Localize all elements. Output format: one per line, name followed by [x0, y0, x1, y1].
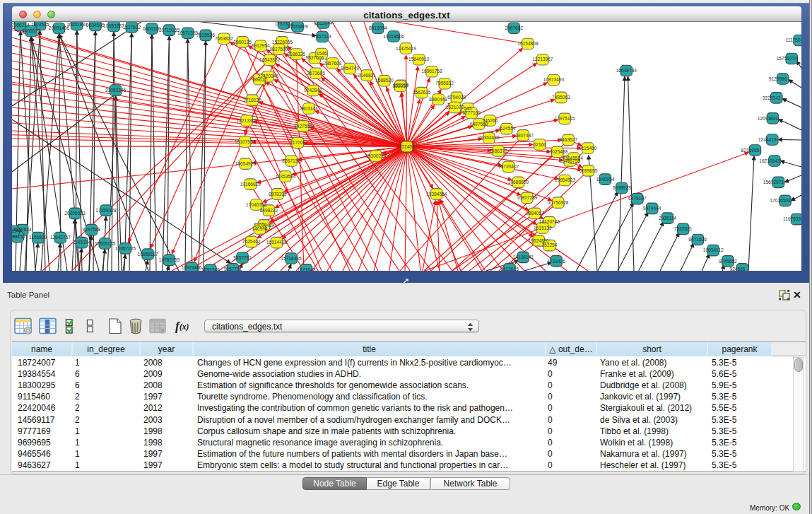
svg-text:9227342: 9227342 [763, 95, 781, 100]
svg-text:10973493: 10973493 [543, 77, 565, 82]
svg-text:1649584: 1649584 [565, 156, 583, 160]
svg-text:16961758: 16961758 [421, 69, 442, 74]
svg-text:1615132: 1615132 [534, 226, 552, 230]
svg-text:15640910: 15640910 [408, 57, 430, 62]
svg-text:252254: 252254 [541, 243, 557, 247]
svg-text:9957791: 9957791 [224, 267, 242, 271]
svg-text:7357224: 7357224 [313, 34, 331, 39]
svg-text:12213369: 12213369 [237, 118, 258, 123]
svg-text:9777169: 9777169 [462, 110, 481, 115]
svg-text:7986372: 7986372 [489, 148, 507, 153]
svg-text:16648784: 16648784 [616, 68, 637, 73]
svg-text:2803144: 2803144 [300, 106, 318, 111]
svg-text:16671355: 16671355 [177, 30, 199, 35]
svg-text:19166829: 19166829 [240, 182, 261, 187]
svg-text:924565: 924565 [729, 267, 745, 271]
svg-text:9129966: 9129966 [769, 76, 787, 81]
svg-text:21053346: 21053346 [105, 88, 126, 93]
svg-text:7485063: 7485063 [552, 95, 570, 100]
svg-text:8912954: 8912954 [252, 43, 270, 48]
svg-text:7515526: 7515526 [196, 33, 215, 37]
svg-text:2266214: 2266214 [12, 23, 30, 28]
svg-text:10958117: 10958117 [138, 252, 158, 257]
svg-text:3673685: 3673685 [307, 71, 325, 76]
svg-text:8878332: 8878332 [269, 192, 287, 197]
svg-text:8427552: 8427552 [294, 124, 312, 129]
svg-text:1527602: 1527602 [122, 25, 141, 30]
svg-text:8471626: 8471626 [688, 237, 707, 242]
svg-text:17046766: 17046766 [246, 202, 267, 207]
svg-text:19384554: 19384554 [426, 192, 447, 197]
svg-text:16807289: 16807289 [517, 195, 538, 200]
svg-text:20206533: 20206533 [64, 211, 86, 216]
svg-text:8186325: 8186325 [287, 52, 305, 57]
svg-text:6699695: 6699695 [579, 168, 598, 173]
svg-text:10025488: 10025488 [547, 149, 568, 154]
svg-text:16154808: 16154808 [517, 41, 539, 46]
svg-text:18724007: 18724007 [396, 144, 418, 149]
svg-text:14136141: 14136141 [513, 255, 534, 259]
svg-text:9463627: 9463627 [559, 137, 577, 142]
svg-text:6794028: 6794028 [447, 95, 466, 100]
svg-text:1588520: 1588520 [375, 78, 394, 83]
svg-text:16782759: 16782759 [159, 257, 180, 262]
svg-text:11325419: 11325419 [396, 46, 416, 51]
svg-text:1640954: 1640954 [596, 177, 615, 182]
svg-text:19654923: 19654923 [555, 177, 576, 182]
svg-text:8215955: 8215955 [741, 148, 760, 153]
svg-text:3624554: 3624554 [498, 126, 516, 131]
svg-text:1413615: 1413615 [500, 267, 519, 271]
svg-text:2867608: 2867608 [324, 61, 342, 66]
svg-text:15720407: 15720407 [498, 164, 519, 169]
svg-text:1571648: 1571648 [298, 267, 316, 271]
svg-text:931544: 931544 [12, 228, 21, 233]
svg-text:20364436: 20364436 [478, 135, 500, 140]
svg-text:16033809: 16033809 [287, 24, 308, 29]
svg-text:12505135: 12505135 [95, 241, 116, 246]
svg-text:1405572: 1405572 [22, 28, 40, 33]
svg-text:6497568: 6497568 [470, 122, 488, 127]
svg-text:1621072: 1621072 [446, 105, 464, 110]
svg-text:1292346: 1292346 [201, 267, 220, 271]
svg-text:9827506: 9827506 [306, 55, 324, 60]
svg-text:1244419: 1244419 [758, 137, 777, 142]
svg-text:(x): (x) [180, 322, 189, 332]
svg-text:62160: 62160 [534, 142, 547, 147]
svg-text:8267130: 8267130 [282, 158, 300, 163]
svg-text:2935114: 2935114 [659, 216, 677, 221]
svg-text:1733426: 1733426 [547, 259, 565, 264]
svg-text:8498222: 8498222 [260, 208, 278, 213]
svg-text:9242848: 9242848 [304, 88, 322, 93]
svg-text:1156829: 1156829 [29, 235, 47, 240]
svg-text:9397588: 9397588 [83, 227, 101, 232]
svg-text:17016504: 17016504 [770, 198, 791, 203]
svg-text:15716485: 15716485 [281, 256, 302, 261]
svg-text:8813054: 8813054 [369, 25, 387, 30]
svg-text:1145194: 1145194 [73, 240, 91, 245]
svg-text:12975115: 12975115 [555, 116, 575, 121]
svg-text:11923466: 11923466 [182, 265, 202, 270]
svg-text:2718126: 2718126 [243, 98, 261, 103]
svg-text:10653287: 10653287 [103, 23, 124, 28]
svg-text:10807487: 10807487 [513, 133, 534, 138]
svg-text:9827500: 9827500 [270, 47, 288, 52]
svg-text:9857791: 9857791 [233, 255, 252, 260]
svg-text:2687682: 2687682 [505, 25, 523, 30]
svg-text:12093822: 12093822 [758, 116, 779, 121]
svg-text:7955812: 7955812 [435, 81, 454, 86]
svg-text:1562615: 1562615 [413, 90, 431, 95]
svg-text:19654925: 19654925 [235, 161, 257, 166]
svg-text:9474444: 9474444 [643, 206, 661, 211]
svg-text:1167533: 1167533 [783, 216, 801, 221]
svg-text:15300275: 15300275 [365, 153, 387, 158]
svg-text:10756928: 10756928 [548, 200, 569, 205]
svg-text:12213967: 12213967 [532, 57, 553, 62]
svg-text:10654112: 10654112 [703, 247, 724, 252]
svg-text:9245652: 9245652 [719, 259, 737, 264]
svg-text:5938923: 5938923 [613, 185, 631, 190]
svg-text:17359928: 17359928 [95, 208, 117, 213]
svg-text:16543382: 16543382 [259, 57, 281, 62]
svg-text:15751074: 15751074 [777, 56, 798, 61]
svg-text:989612: 989612 [252, 77, 267, 82]
svg-text:8454749: 8454749 [341, 66, 359, 71]
